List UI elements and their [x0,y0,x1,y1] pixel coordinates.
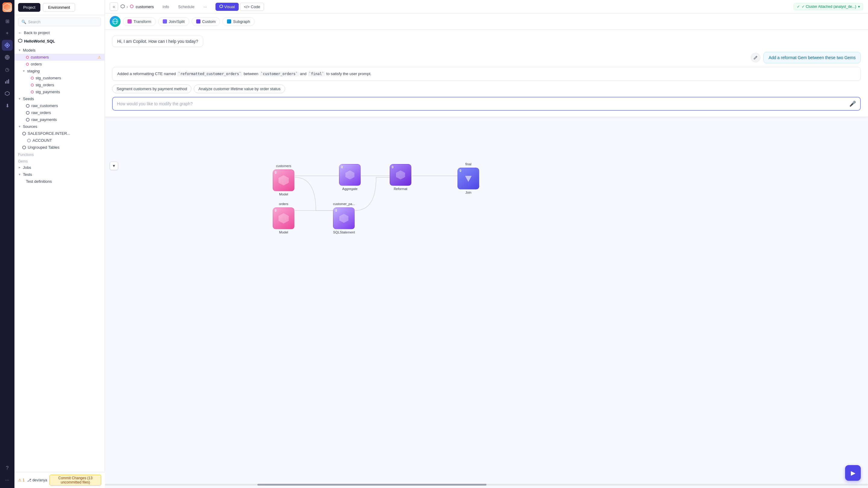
sources-section[interactable]: ▼ Sources [14,123,104,130]
node-customers-model[interactable]: customers 0 Model [273,164,294,196]
tree-item-stg-payments[interactable]: stg_payments [14,88,104,95]
seeds-section[interactable]: ▼ Seeds [14,95,104,102]
node-aggregate[interactable]: 0 Aggregate [339,164,361,191]
globe-icon [110,16,121,27]
nav-plus-icon[interactable]: + [2,28,13,38]
tab-schedule[interactable]: Schedule [174,3,198,11]
cluster-status: ✓ ✓ Cluster Attached (analyst_de...) ▾ [794,3,863,10]
mic-icon[interactable]: 🎤 [849,101,856,107]
ungrouped-label: Ungrouped Tables [28,145,59,150]
nav-grid-icon[interactable]: ⊞ [2,16,13,27]
nav-chart-icon[interactable] [2,76,13,87]
chip-segment-customers[interactable]: Segment customers by payment method [112,84,191,93]
jobs-section[interactable]: ▼ Jobs [14,164,104,171]
tab-more[interactable]: ··· [199,3,211,11]
nav-diamond-icon[interactable] [2,40,13,51]
svg-marker-13 [121,4,124,8]
copilot-greeting: Hi, I am Copilot. How can I help you tod… [112,36,203,47]
tree-item-orders[interactable]: orders [14,61,104,67]
node-final-sublabel: Join [465,191,471,194]
nav-question-icon[interactable]: ? [2,463,13,473]
stg-customers-icon [31,77,34,80]
back-arrow-icon: ← [18,30,22,35]
nav-clock-icon[interactable]: ◷ [2,64,13,75]
back-nav-button[interactable]: « [110,2,118,11]
tree-item-customers[interactable]: customers ⚠ [14,54,104,61]
nav-download-icon[interactable]: ⬇ [2,100,13,111]
tree-item-stg-orders[interactable]: stg_orders [14,81,104,88]
models-caret: ▼ [18,49,21,52]
copilot-input[interactable] [117,101,847,106]
edit-icon-button[interactable] [751,53,761,62]
tree-item-raw-orders[interactable]: raw_orders [14,109,104,116]
raw-orders-icon [26,111,30,115]
code-view-button[interactable]: </> Code [240,3,264,11]
staging-caret: ▼ [22,69,25,73]
project-name-label: HelloWorld_SQL [24,39,55,44]
tree-item-account[interactable]: ACCOUNT [14,137,104,144]
nav-cube-icon[interactable] [2,88,13,99]
svg-rect-10 [8,79,9,84]
stg-orders-label: stg_orders [36,83,54,87]
branch-info: ⎇ dev/anya [27,478,47,482]
suggestion-chips: Segment customers by payment method Anal… [112,84,861,93]
svg-marker-30 [339,214,348,223]
tree-item-raw-customers[interactable]: raw_customers [14,102,104,109]
environment-tab[interactable]: Environment [43,3,75,12]
node-orders-count: 0 [275,209,277,212]
canvas-dropdown-button[interactable]: ▼ [110,162,118,170]
copilot-result: Added a reformatting CTE named `reformat… [112,67,861,81]
copilot-action-row: Add a reformat Gem between these two Gem… [112,52,861,63]
svg-rect-9 [7,80,7,84]
node-final-join[interactable]: final 0 Join [458,162,479,194]
svg-line-19 [756,57,756,57]
commit-button[interactable]: Commit Changes (13 uncommitted files) [50,475,101,486]
chevron-down-icon: ▾ [858,4,860,9]
visual-view-button[interactable]: Visual [216,3,239,11]
svg-marker-11 [5,91,9,95]
seeds-label: Seeds [23,96,34,101]
canvas-area: Hi, I am Copilot. How can I help you tod… [105,30,868,488]
back-to-project[interactable]: ← Back to project [14,29,104,37]
chip-analyze-lifetime[interactable]: Analyze customer lifetime value by order… [194,84,285,93]
ungrouped-icon [22,146,26,149]
scrollbar-thumb[interactable] [257,484,487,486]
svg-marker-27 [396,170,405,179]
custom-gem-button[interactable]: Custom [192,17,220,26]
project-tab[interactable]: Project [18,3,40,12]
test-definitions-label: Test definitions [26,179,52,184]
raw-orders-label: raw_orders [31,110,51,115]
horizontal-scrollbar[interactable] [105,484,868,486]
transform-gem-button[interactable]: Transform [123,17,156,26]
back-symbol: « [113,4,115,9]
node-aggregate-box: 0 [339,164,361,186]
tree-item-ungrouped[interactable]: Ungrouped Tables [14,144,104,151]
copilot-suggestion-btn[interactable]: Add a reformat Gem between these two Gem… [764,52,861,63]
node-orders-model[interactable]: orders 0 Model [273,202,294,234]
project-cube-icon [18,38,22,44]
canvas-viewport: customers 0 Model 0 Aggregate 0 [105,159,868,482]
app-logo [2,2,12,12]
node-orders-sublabel: Model [279,230,288,234]
node-aggregate-sublabel: Aggregate [342,187,358,191]
node-orders-title: orders [279,202,288,206]
seeds-caret: ▼ [18,97,21,101]
join-split-gem-button[interactable]: Join/Split [158,17,189,26]
tree-item-test-definitions[interactable]: Test definitions [14,178,104,185]
tree-item-staging[interactable]: ▼ staging [14,67,104,75]
models-section[interactable]: ▼ Models [14,47,104,54]
tree-item-raw-payments[interactable]: raw_payments [14,116,104,123]
play-button[interactable]: ▶ [845,465,861,481]
tree-item-stg-customers[interactable]: stg_customers [14,75,104,81]
subgraph-gem-button[interactable]: Subgraph [222,17,254,26]
node-reformat[interactable]: 0 Reformat [390,164,411,191]
tests-caret: ▼ [18,173,21,176]
nav-more-icon[interactable]: ··· [2,475,13,486]
nav-graph-icon[interactable] [2,52,13,63]
tab-info[interactable]: Info [158,3,173,11]
models-label: Models [23,48,36,53]
tree-item-salesforce[interactable]: SALESFORCE.INTER... [14,130,104,137]
raw-customers-icon [26,104,30,108]
tests-section[interactable]: ▼ Tests [14,171,104,178]
node-sql[interactable]: customer_pa... 0 SQLStatement [333,202,355,234]
